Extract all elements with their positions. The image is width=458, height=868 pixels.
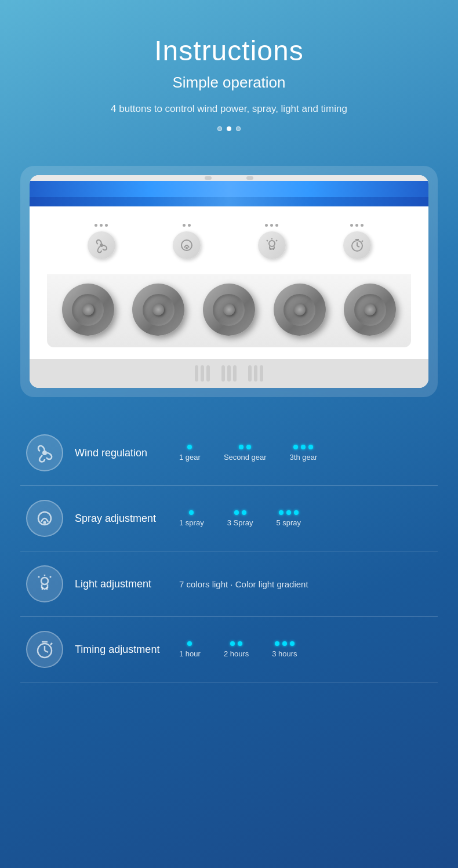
wind-label-2: Second gear bbox=[224, 453, 267, 462]
timing-dots-1 bbox=[187, 641, 192, 646]
knob-4[interactable] bbox=[274, 284, 326, 336]
vent-bar-7 bbox=[248, 365, 252, 382]
knobs-row bbox=[47, 274, 411, 347]
svg-point-16 bbox=[43, 521, 46, 524]
main-title: Instructions bbox=[111, 35, 347, 67]
timing-dot-1 bbox=[187, 641, 192, 646]
timer-dot-1 bbox=[350, 224, 353, 227]
description: 4 buttons to control wind power, spray, … bbox=[111, 103, 347, 115]
feature-timing: Timing adjustment 1 hour 2 hours bbox=[20, 617, 438, 682]
wind-dots-2 bbox=[239, 445, 251, 449]
light-dots bbox=[265, 224, 278, 227]
knob-2-center bbox=[152, 304, 164, 315]
vent-bar-6 bbox=[233, 365, 237, 382]
light-ctrl-icon[interactable] bbox=[258, 231, 286, 259]
timing-dot-3c bbox=[290, 641, 295, 646]
vent-bar-8 bbox=[254, 365, 257, 382]
light-icon-circle bbox=[26, 565, 63, 602]
spray-label: Spray adjustment bbox=[75, 513, 168, 525]
carousel-dots bbox=[111, 126, 347, 131]
timing-options: 1 hour 2 hours 3 hours bbox=[179, 641, 432, 658]
wind-option-3: 3th gear bbox=[290, 445, 318, 462]
feature-spray: Spray adjustment 1 spray 3 Spray bbox=[20, 486, 438, 551]
spray-options: 1 spray 3 Spray 5 spray bbox=[179, 510, 432, 527]
wind-label-1: 1 gear bbox=[179, 453, 201, 462]
knob-1-center bbox=[82, 304, 94, 315]
spray-dot-2 bbox=[188, 224, 191, 227]
spray-dots bbox=[183, 224, 191, 227]
timer-icon-group bbox=[343, 224, 371, 259]
wind-options: 1 gear Second gear 3th gear bbox=[179, 445, 432, 462]
wind-dot-3c bbox=[308, 445, 313, 449]
spray-label-2: 3 Spray bbox=[227, 518, 253, 527]
timing-option-3: 3 hours bbox=[272, 641, 297, 658]
device-inner bbox=[30, 175, 428, 388]
spray-icon-circle bbox=[26, 500, 63, 537]
knob-1[interactable] bbox=[62, 284, 114, 336]
wind-dot-3b bbox=[301, 445, 306, 449]
dot-3[interactable] bbox=[236, 126, 241, 131]
vent-bar-2 bbox=[201, 365, 204, 382]
svg-point-2 bbox=[186, 247, 188, 249]
timer-ctrl-icon[interactable] bbox=[343, 231, 371, 259]
vent-bar-5 bbox=[227, 365, 231, 382]
vent-group-3 bbox=[248, 365, 263, 382]
blue-led-strip bbox=[30, 181, 428, 197]
device-card bbox=[20, 166, 438, 397]
dot-2[interactable] bbox=[227, 126, 231, 131]
timing-option-2: 2 hours bbox=[224, 641, 249, 658]
dot-1[interactable] bbox=[217, 126, 222, 131]
spray-dot-3b bbox=[286, 510, 291, 515]
timing-dots-2 bbox=[230, 641, 242, 646]
page-wrapper: Instructions Simple operation 4 buttons … bbox=[0, 0, 458, 706]
subtitle: Simple operation bbox=[111, 74, 347, 92]
spray-dot-2b bbox=[242, 510, 246, 515]
header-section: Instructions Simple operation 4 buttons … bbox=[111, 35, 347, 148]
spray-option-3: 5 spray bbox=[276, 510, 301, 527]
timing-dot-3b bbox=[282, 641, 287, 646]
timing-dot-2b bbox=[238, 641, 242, 646]
knob-3[interactable] bbox=[203, 284, 255, 336]
vent-group-1 bbox=[195, 365, 210, 382]
timer-dot-3 bbox=[361, 224, 364, 227]
wind-dot-1 bbox=[187, 445, 192, 449]
wind-dots-1 bbox=[187, 445, 192, 449]
spray-dot-2a bbox=[234, 510, 239, 515]
knob-2[interactable] bbox=[132, 284, 184, 336]
svg-line-25 bbox=[45, 651, 48, 652]
spray-icon-group bbox=[173, 224, 201, 259]
vent-bar-9 bbox=[260, 365, 263, 382]
light-icon-group bbox=[258, 224, 286, 259]
vent-bar-3 bbox=[206, 365, 210, 382]
timing-icon-circle bbox=[26, 631, 63, 668]
light-dot-3 bbox=[275, 224, 278, 227]
wind-option-2: Second gear bbox=[224, 445, 267, 462]
feature-wind: Wind regulation 1 gear Second gear bbox=[20, 420, 438, 486]
vent-bar-4 bbox=[221, 365, 225, 382]
spray-ctrl-icon[interactable] bbox=[173, 231, 201, 259]
timer-dot-2 bbox=[355, 224, 358, 227]
knob-5[interactable] bbox=[344, 284, 396, 336]
svg-line-22 bbox=[50, 576, 51, 578]
spray-label-3: 5 spray bbox=[276, 518, 301, 527]
fan-icon-group bbox=[88, 224, 115, 259]
led-strip-top bbox=[30, 175, 428, 181]
timing-option-1: 1 hour bbox=[179, 641, 201, 658]
spray-dots-3 bbox=[279, 510, 299, 515]
wind-icon-circle bbox=[26, 434, 63, 471]
fan-ctrl-icon[interactable] bbox=[88, 231, 115, 259]
svg-line-21 bbox=[38, 576, 39, 578]
knob-2-inner bbox=[143, 294, 175, 326]
wind-dot-2b bbox=[246, 445, 251, 449]
timing-label-1: 1 hour bbox=[179, 649, 201, 658]
timing-dots-3 bbox=[275, 641, 295, 646]
spray-option-2: 3 Spray bbox=[227, 510, 253, 527]
knob-3-inner bbox=[213, 294, 245, 326]
led-dot-left bbox=[205, 176, 212, 180]
spray-option-1: 1 spray bbox=[179, 510, 204, 527]
spray-dots-2 bbox=[234, 510, 246, 515]
wind-dots-3 bbox=[293, 445, 313, 449]
spray-dot-1 bbox=[189, 510, 194, 515]
svg-point-14 bbox=[42, 451, 47, 455]
icon-row bbox=[47, 218, 411, 265]
